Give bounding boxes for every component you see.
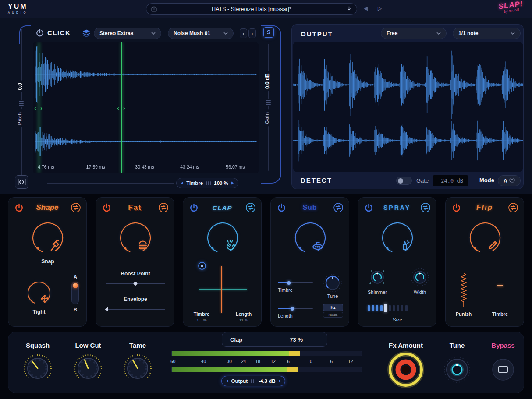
marker-left-handle[interactable]: ‹ — [117, 105, 119, 112]
size-bar[interactable] — [384, 304, 387, 312]
snap-knob[interactable] — [31, 221, 64, 254]
keyboard-mapping-button[interactable] — [15, 175, 28, 189]
size-bar[interactable] — [376, 305, 378, 311]
size-bar[interactable] — [389, 305, 391, 311]
clap-knob[interactable] — [206, 221, 239, 254]
width-knob[interactable] — [410, 268, 429, 289]
sub-compare-button[interactable] — [333, 202, 344, 213]
xy-reset-target[interactable] — [198, 262, 206, 270]
click-sample-dropdown[interactable]: Noise Mush 01 — [168, 28, 234, 39]
download-preset-icon[interactable] — [346, 6, 352, 12]
sample-end-marker[interactable]: ‹ › — [121, 42, 122, 173]
size-bar[interactable] — [368, 305, 370, 311]
xy-pad-x-axis[interactable] — [199, 289, 247, 290]
sample-prev-button[interactable]: ‹ — [240, 28, 247, 38]
spray-size-stepper[interactable] — [368, 303, 408, 313]
punish-slider[interactable] — [459, 272, 468, 310]
spray-compare-button[interactable] — [420, 202, 431, 213]
size-bar[interactable] — [380, 305, 383, 311]
spray-knob[interactable] — [381, 221, 414, 254]
output-sync-dropdown[interactable]: Free — [381, 28, 447, 39]
boost-point-marker[interactable] — [133, 282, 138, 286]
ab-switch[interactable] — [71, 282, 79, 304]
squash-knob[interactable] — [21, 352, 54, 387]
fat-compare-button[interactable] — [158, 202, 169, 213]
flip-knob[interactable] — [468, 221, 502, 254]
pitch-slider-grip[interactable] — [19, 100, 24, 107]
sub-timbre-slider[interactable] — [278, 280, 313, 286]
global-tune-knob[interactable] — [443, 356, 471, 385]
decrement-icon[interactable] — [226, 379, 228, 383]
size-bar[interactable] — [397, 305, 399, 311]
tame-knob[interactable] — [121, 352, 154, 387]
click-timbre-slider[interactable]: Timbre 100 % — [176, 178, 238, 188]
boost-point-slider[interactable] — [106, 281, 165, 287]
sub-timbre-handle[interactable] — [287, 281, 291, 285]
timbre-grip[interactable] — [206, 181, 211, 185]
sample-next-button[interactable]: › — [248, 28, 256, 38]
ab-switch-knob[interactable] — [73, 283, 78, 288]
sample-start-marker[interactable]: ‹ › — [39, 42, 39, 173]
hz-notes-toggle[interactable]: Hz Notes — [323, 304, 343, 318]
sub-tune-knob[interactable] — [323, 273, 342, 294]
low-cut-knob[interactable] — [71, 352, 105, 387]
bypass-button[interactable] — [492, 358, 514, 383]
gain-slider-grip[interactable] — [266, 99, 271, 106]
flip-compare-button[interactable] — [507, 202, 519, 213]
tight-knob[interactable] — [27, 281, 51, 305]
increment-icon[interactable] — [279, 379, 281, 383]
mode-dropdown[interactable]: A — [498, 175, 521, 186]
sub-power-button[interactable] — [276, 202, 287, 213]
shape-compare-button[interactable] — [70, 202, 82, 213]
layers-icon[interactable] — [82, 28, 91, 38]
click-timbre-track[interactable] — [47, 183, 174, 184]
increment-icon[interactable] — [231, 181, 234, 185]
flip-timbre-slider[interactable] — [497, 273, 503, 306]
envelope-slider[interactable] — [106, 306, 165, 312]
flip-power-button[interactable] — [450, 202, 462, 213]
decrement-icon[interactable] — [181, 181, 183, 185]
clap-amount-slider[interactable]: Clap 73 % — [222, 332, 327, 347]
size-bar[interactable] — [405, 305, 408, 311]
detect-gate-toggle[interactable] — [396, 177, 412, 185]
click-power-button[interactable] — [35, 28, 45, 38]
gate-threshold-value[interactable]: -24.0 dB — [433, 175, 468, 186]
click-solo-button[interactable]: S — [263, 27, 274, 38]
fat-knob[interactable] — [119, 221, 152, 254]
preset-forward-button[interactable]: ▷ — [378, 5, 382, 11]
gain-slider-track[interactable] — [268, 44, 269, 171]
preset-name[interactable]: HATS - Stereoize Hats [mussar]* — [161, 6, 342, 12]
sub-length-handle[interactable] — [291, 307, 294, 311]
shimmer-knob[interactable] — [368, 268, 387, 289]
output-rate-dropdown[interactable]: 1/1 note — [453, 28, 521, 39]
envelope-marker[interactable] — [105, 307, 108, 311]
flip-timbre-handle[interactable] — [497, 285, 503, 286]
sub-length-slider[interactable] — [278, 306, 313, 312]
marker-right-handle[interactable]: › — [40, 105, 43, 112]
spray-power-button[interactable] — [363, 202, 374, 213]
gain-slider[interactable]: 0.0 dB Gain — [263, 44, 274, 171]
preset-back-button[interactable]: ◀ — [364, 5, 368, 11]
marker-left-handle[interactable]: ‹ — [34, 105, 36, 112]
notes-option[interactable]: Notes — [323, 312, 343, 318]
size-bar[interactable] — [401, 305, 403, 311]
clap-power-button[interactable] — [188, 202, 199, 213]
click-layer-dropdown[interactable]: Stereo Extras — [94, 28, 161, 39]
output-slider-grip[interactable] — [251, 379, 255, 383]
fx-amount-knob[interactable] — [387, 351, 424, 390]
marker-right-handle[interactable]: › — [123, 105, 125, 112]
sub-knob[interactable] — [294, 221, 327, 254]
size-bar[interactable] — [372, 305, 374, 311]
timbre-value: 100 % — [214, 180, 228, 186]
fat-power-button[interactable] — [101, 202, 112, 213]
export-preset-icon[interactable] — [151, 6, 157, 12]
hz-option[interactable]: Hz — [323, 304, 343, 311]
click-waveform-display[interactable]: 4.76 ms17.59 ms30.43 ms43.24 ms56.07 ms … — [33, 42, 259, 173]
preset-bar[interactable]: HATS - Stereoize Hats [mussar]* — [146, 3, 357, 15]
pitch-slider[interactable]: 0.0 Pitch — [16, 29, 27, 175]
shape-power-button[interactable] — [13, 202, 25, 213]
output-gain-slider[interactable]: Output -4.3 dB — [221, 376, 285, 386]
clap-compare-button[interactable] — [245, 202, 256, 213]
size-bar[interactable] — [393, 305, 395, 311]
xy-pad-y-axis[interactable] — [221, 266, 222, 313]
